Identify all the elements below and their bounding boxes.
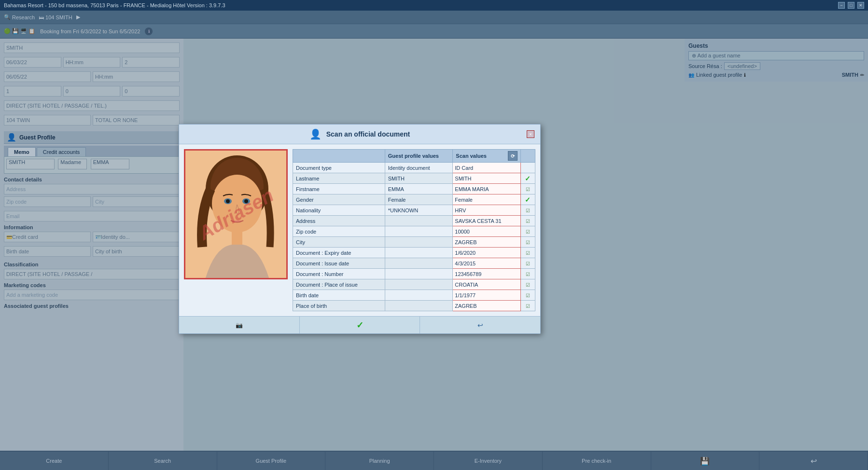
- check-cell: ☑: [520, 290, 535, 301]
- scan-value-cell: 123456789: [453, 269, 521, 279]
- guest-value-cell: [385, 290, 453, 301]
- check-icon: ✓: [356, 320, 364, 331]
- check-mark-icon: ☑: [526, 219, 530, 224]
- confirm-btn[interactable]: ✓: [300, 317, 420, 333]
- title-bar: Bahamas Resort - 150 bd massena, 75013 P…: [0, 0, 868, 11]
- check-cell: [520, 163, 535, 173]
- field-cell: Lastname: [293, 173, 385, 184]
- table-row: LastnameSMITHSMITH✓: [293, 173, 535, 184]
- dialog-title-area: 👤 Scan an official document: [193, 128, 527, 140]
- field-cell: Birth date: [293, 290, 385, 301]
- field-cell: Document : Number: [293, 269, 385, 279]
- check-header: [520, 150, 535, 163]
- table-row: Document : Place of issueCROATIA☑: [293, 279, 535, 290]
- close-btn[interactable]: ✕: [857, 2, 864, 9]
- check-mark-icon: ☑: [526, 261, 530, 266]
- guest-value-cell: EMMA: [385, 184, 453, 194]
- scan-value-cell: 10000: [453, 226, 521, 237]
- check-cell: ☑: [520, 184, 535, 194]
- check-mark-icon: ☑: [526, 282, 530, 288]
- field-cell: City: [293, 237, 385, 248]
- check-mark-icon: ☑: [526, 240, 530, 245]
- table-row: Document : Issue date4/3/2015☑: [293, 258, 535, 269]
- app-title: Bahamas Resort - 150 bd massena, 75013 P…: [4, 2, 225, 8]
- restore-btn[interactable]: □: [848, 2, 854, 9]
- guest-value-cell: Female: [385, 194, 453, 205]
- check-cell: ✓: [520, 173, 535, 184]
- dialog-footer: 📷 ✓ ↩: [179, 316, 540, 333]
- field-cell: Firstname: [293, 184, 385, 194]
- guest-value-cell: [385, 279, 453, 290]
- app-background: 🔍 Research 🛏 104 SMITH ▶ 🟢 💾 🖥️ 📋 Bookin…: [0, 11, 868, 470]
- field-cell: Place of birth: [293, 301, 385, 311]
- field-cell: Document : Issue date: [293, 258, 385, 269]
- check-cell: ☑: [520, 216, 535, 226]
- scan-value-cell: CROATIA: [453, 279, 521, 290]
- table-row: GenderFemaleFemale✓: [293, 194, 535, 205]
- scan-icon: 📷: [236, 322, 243, 329]
- check-cell: ☑: [520, 269, 535, 279]
- undo-icon: ↩: [477, 321, 483, 329]
- svg-rect-8: [232, 230, 242, 245]
- scan-table: Guest profile values Scan values ⟳ Docum: [293, 149, 535, 311]
- table-row: AddressSAVSKA CESTA 31☑: [293, 216, 535, 226]
- guest-value-cell: [385, 226, 453, 237]
- svg-point-6: [226, 199, 230, 203]
- dialog-title: Scan an official document: [326, 130, 410, 138]
- check-cell: ☑: [520, 258, 535, 269]
- field-cell: Address: [293, 216, 385, 226]
- guest-value-cell: Identity document: [385, 163, 453, 173]
- scan-value-cell: SMITH: [453, 173, 521, 184]
- field-cell: Gender: [293, 194, 385, 205]
- field-cell: Document : Place of issue: [293, 279, 385, 290]
- check-mark-icon: ☑: [526, 293, 530, 298]
- check-cell: ☑: [520, 301, 535, 311]
- scan-btn[interactable]: 📷: [179, 317, 300, 333]
- check-mark-icon: ✓: [525, 196, 531, 204]
- scan-value-cell: Female: [453, 194, 521, 205]
- scan-value-cell: ID Card: [453, 163, 521, 173]
- guest-values-header: Guest profile values: [385, 150, 453, 163]
- table-row: Place of birthZAGREB☑: [293, 301, 535, 311]
- check-mark-icon: ☑: [526, 272, 530, 277]
- undo-btn[interactable]: ↩: [420, 317, 540, 333]
- guest-value-cell: SMITH: [385, 173, 453, 184]
- minimize-btn[interactable]: −: [838, 2, 845, 9]
- field-cell: Zip code: [293, 226, 385, 237]
- check-mark-icon: ☑: [526, 250, 530, 256]
- dialog-header: 👤 Scan an official document ×: [179, 124, 540, 144]
- scan-document-dialog: 👤 Scan an official document ×: [179, 124, 541, 334]
- scan-value-cell: 1/1/1977: [453, 290, 521, 301]
- table-row: FirstnameEMMAEMMA MARIA☑: [293, 184, 535, 194]
- check-mark-icon: ☑: [526, 229, 530, 235]
- guest-value-cell: *UNKNOWN: [385, 205, 453, 216]
- table-row: Zip code10000☑: [293, 226, 535, 237]
- table-row: Birth date1/1/1977☑: [293, 290, 535, 301]
- scan-value-cell: SAVSKA CESTA 31: [453, 216, 521, 226]
- scan-value-cell: HRV: [453, 205, 521, 216]
- check-mark-icon: ☑: [526, 187, 530, 192]
- check-cell: ☑: [520, 205, 535, 216]
- table-row: Nationality*UNKNOWNHRV☑: [293, 205, 535, 216]
- window-controls: − □ ✕: [838, 2, 864, 9]
- field-cell: Document type: [293, 163, 385, 173]
- refresh-btn[interactable]: ⟳: [508, 151, 518, 161]
- scan-value-cell: 4/3/2015: [453, 258, 521, 269]
- check-mark-icon: ✓: [525, 175, 531, 182]
- guest-value-cell: [385, 258, 453, 269]
- table-row: Document typeIdentity documentID Card: [293, 163, 535, 173]
- guest-value-cell: [385, 248, 453, 258]
- check-cell: ☑: [520, 248, 535, 258]
- scan-value-cell: EMMA MARIA: [453, 184, 521, 194]
- dialog-body: Adriasen Guest profile values Scan value…: [179, 144, 540, 316]
- check-mark-icon: ☑: [526, 208, 530, 213]
- guest-value-cell: [385, 237, 453, 248]
- dialog-close-btn[interactable]: ×: [527, 130, 534, 138]
- field-cell: Document : Expiry date: [293, 248, 385, 258]
- field-header: [293, 150, 385, 163]
- check-mark-icon: ☑: [526, 304, 530, 309]
- scan-table-area: Guest profile values Scan values ⟳ Docum: [293, 149, 535, 311]
- person-photo: Adriasen: [184, 149, 288, 279]
- table-row: Document : Number123456789☑: [293, 269, 535, 279]
- check-cell: ☑: [520, 237, 535, 248]
